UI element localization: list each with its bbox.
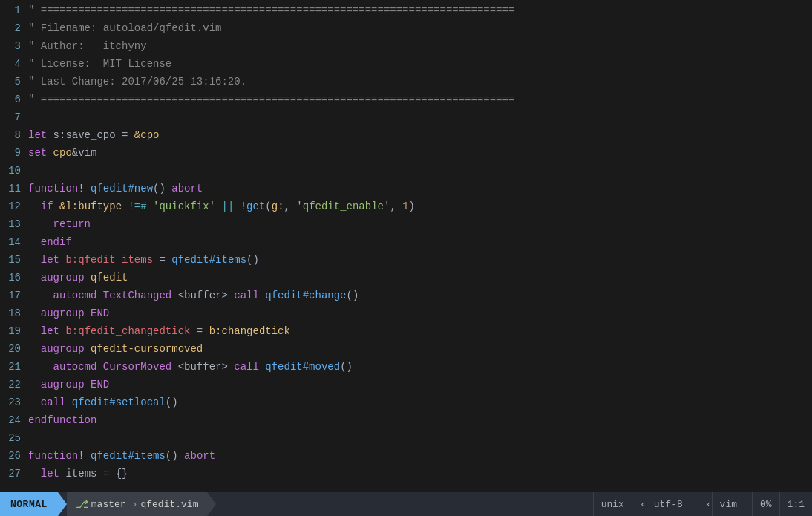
line-number: 27 [0,465,28,483]
line-content: autocmd TextChanged <buffer> call qfedit… [28,287,812,304]
token: TextChanged [103,290,178,301]
encoding: ‹ utf-8 [632,492,698,516]
line-content: call qfedit#setlocal() [28,393,812,411]
token: ! [78,183,91,195]
token: qfedit-cursormoved [91,343,203,355]
line-content: endif [28,233,812,251]
token: ! [240,200,246,212]
line-number: 16 [0,269,28,287]
line-number: 10 [0,162,28,180]
token: function [28,183,78,195]
token: qfedit [91,272,128,284]
line-number: 12 [0,197,28,215]
token [28,325,41,337]
line-number: 3 [0,37,28,55]
token: qfedit#change [265,290,346,301]
code-line: 21 autocmd CursorMoved <buffer> call qfe… [0,358,812,376]
code-line: 6" =====================================… [0,91,812,108]
token: set [28,147,53,159]
token: " License: MIT License [28,58,171,70]
token: &cpo [134,129,160,141]
encoding-value: utf-8 [646,492,690,516]
line-content: " Last Change: 2017/06/25 13:16:20. [28,73,812,91]
token [28,236,41,248]
token [28,396,41,408]
line-number: 13 [0,215,28,233]
branch-name: master [91,499,126,510]
token: autocmd [53,361,103,373]
percent: 0% [752,492,779,516]
token: END [91,379,109,391]
token: " ======================================… [28,4,514,16]
line-content [28,162,812,180]
code-line: 26function! qfedit#items() abort [0,447,812,465]
token: abort [171,183,203,195]
code-line: 11function! qfedit#new() abort [0,180,812,197]
token: () [166,450,184,462]
line-number: 22 [0,376,28,393]
mode-arrow [58,492,67,516]
token: autocmd [53,290,103,301]
token: let [41,254,66,266]
filename-status: qfedit.vim [140,499,198,510]
code-line: 8let s:save_cpo = &cpo [0,126,812,144]
line-number: 7 [0,108,28,126]
token: augroup [41,272,91,284]
token: &l:buftype [59,200,128,212]
token: call [234,361,265,373]
line-number: 9 [0,144,28,162]
token [28,468,41,480]
token: 'qfedit_enable' [296,200,390,212]
token: let [28,129,53,141]
line-content: endfunction [28,411,812,429]
code-line: 24endfunction [0,411,812,429]
line-number: 25 [0,429,28,447]
token: qfedit#new [91,183,153,195]
token: {} [116,468,128,480]
token: &vim [72,147,97,159]
code-line: 1" =====================================… [0,1,812,19]
code-line: 13 return [0,215,812,233]
filetype: ‹ vim [698,492,752,516]
code-line: 27 let items = {} [0,465,812,483]
position: 1:1 [779,492,812,516]
token: , [390,200,402,212]
line-number: 4 [0,55,28,73]
token: END [91,307,109,319]
code-line: 14 endif [0,233,812,251]
token: qfedit#setlocal [72,396,166,408]
code-line: 17 autocmd TextChanged <buffer> call qfe… [0,287,812,304]
token: = [159,254,171,266]
line-number: 23 [0,393,28,411]
line-content [28,429,812,447]
line-content: if &l:buftype !=# 'quickfix' || !get(g:,… [28,197,812,215]
token [28,379,41,391]
token: items [65,468,102,480]
token: = [122,129,134,141]
token: qfedit#moved [265,361,340,373]
chevron-right-1: › [132,499,138,510]
statusbar: NORMAL ⎇ master › qfedit.vim unix ‹ utf-… [0,492,812,516]
token: " Last Change: 2017/06/25 13:16:20. [28,76,246,88]
line-number: 2 [0,19,28,37]
line-content: " ======================================… [28,91,812,108]
token: || [221,200,240,212]
code-area: 1" =====================================… [0,0,812,492]
token [28,343,41,355]
token: ( [265,200,271,212]
line-number: 18 [0,304,28,322]
token [28,307,41,319]
code-line: 22 augroup END [0,376,812,393]
code-line: 9set cpo&vim [0,144,812,162]
code-line: 15 let b:qfedit_items = qfedit#items() [0,251,812,269]
code-line: 3" Author: itchyny [0,37,812,55]
token [28,361,53,373]
token: call [41,396,72,408]
token [28,200,41,212]
line-content: augroup qfedit-cursormoved [28,340,812,358]
line-content: return [28,215,812,233]
token: <buffer> [178,290,235,301]
token: if [41,200,59,212]
token: qfedit#items [171,254,246,266]
filetype-value: vim [712,492,744,516]
